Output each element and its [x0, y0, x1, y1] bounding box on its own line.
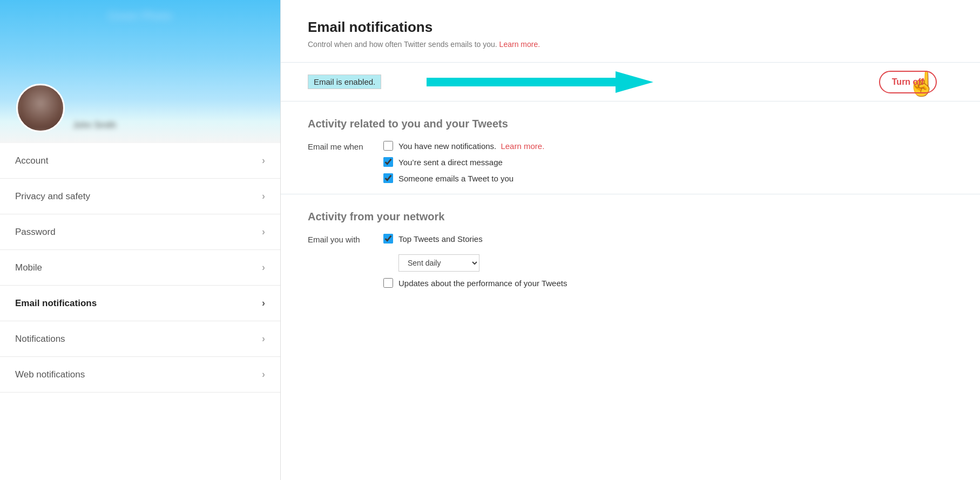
profile-banner: Cover Photo John Smith — [0, 0, 280, 143]
section1-header: Activity related to you and your Tweets — [308, 118, 953, 130]
avatar — [16, 84, 65, 132]
sidebar-item-privacy-and-safety[interactable]: Privacy and safety › — [0, 179, 280, 214]
frequency-dropdown-row: Sent daily Sent weekly — [383, 250, 567, 272]
sidebar: Cover Photo John Smith Account › Privacy… — [0, 0, 281, 480]
section1-label: Email me when — [308, 141, 383, 151]
sidebar-item-label: Web notifications — [15, 369, 85, 380]
email-tweet-label: Someone emails a Tweet to you — [398, 174, 513, 183]
learn-more-link-top[interactable]: Learn more. — [499, 40, 540, 49]
sidebar-item-notifications[interactable]: Notifications › — [0, 321, 280, 357]
arrow-annotation — [427, 70, 686, 94]
sidebar-item-label: Account — [15, 156, 48, 166]
new-notifications-checkbox[interactable] — [383, 141, 393, 151]
chevron-icon: › — [262, 191, 265, 202]
sidebar-item-account[interactable]: Account › — [0, 143, 280, 179]
section1-checkboxes: You have new notifications. Learn more. … — [383, 141, 544, 183]
page-subtitle: Control when and how often Twitter sends… — [308, 40, 953, 49]
mid-divider — [281, 101, 980, 102]
direct-message-checkbox[interactable] — [383, 157, 393, 167]
profile-name: John Smith — [73, 120, 116, 130]
section2-row: Email you with Top Tweets and Stories Se… — [308, 234, 953, 288]
sidebar-item-label: Mobile — [15, 262, 42, 273]
chevron-icon: › — [262, 262, 265, 273]
direct-message-label: You’re sent a direct message — [398, 158, 503, 167]
section2-label: Email you with — [308, 234, 383, 244]
sidebar-item-label: Notifications — [15, 334, 65, 344]
section2-header: Activity from your network — [308, 211, 953, 223]
checkbox-row-new-notifications: You have new notifications. Learn more. — [383, 141, 544, 151]
sidebar-item-web-notifications[interactable]: Web notifications › — [0, 357, 280, 393]
top-tweets-checkbox[interactable] — [383, 234, 393, 244]
checkbox-row-direct-message: You’re sent a direct message — [383, 157, 544, 167]
page-title: Email notifications — [308, 19, 953, 36]
content-area: Email notifications Control when and how… — [281, 0, 980, 480]
section2-checkboxes: Top Tweets and Stories Sent daily Sent w… — [383, 234, 567, 288]
sidebar-item-email-notifications[interactable]: Email notifications › — [0, 286, 280, 321]
chevron-icon: › — [262, 298, 265, 309]
tweet-performance-checkbox[interactable] — [383, 278, 393, 288]
new-notifications-label: You have new notifications. Learn more. — [398, 141, 544, 151]
email-tweet-checkbox[interactable] — [383, 173, 393, 183]
arrow-svg — [427, 70, 653, 94]
turn-off-button[interactable]: Turn off — [879, 71, 937, 93]
sidebar-item-mobile[interactable]: Mobile › — [0, 250, 280, 286]
checkbox-row-tweet-performance: Updates about the performance of your Tw… — [383, 278, 567, 288]
sidebar-item-label: Password — [15, 227, 56, 238]
banner-overlay-text: Cover Photo — [108, 10, 172, 22]
sidebar-item-label: Privacy and safety — [15, 191, 90, 202]
section1-row: Email me when You have new notifications… — [308, 141, 953, 183]
nav-list: Account › Privacy and safety › Password … — [0, 143, 280, 480]
main-content: Email notifications Control when and how… — [281, 0, 980, 480]
svg-marker-0 — [427, 71, 653, 93]
avatar-image — [18, 85, 63, 131]
tweet-performance-label: Updates about the performance of your Tw… — [398, 279, 567, 288]
chevron-icon: › — [262, 226, 265, 238]
learn-more-link-notifications[interactable]: Learn more. — [501, 141, 544, 151]
sidebar-item-label: Email notifications — [15, 298, 97, 309]
turn-off-container: Turn off ☝️ — [907, 69, 937, 96]
subtitle-text: Control when and how often Twitter sends… — [308, 40, 497, 49]
frequency-select[interactable]: Sent daily Sent weekly — [398, 254, 479, 272]
checkbox-row-top-tweets: Top Tweets and Stories — [383, 234, 567, 244]
chevron-icon: › — [262, 369, 265, 380]
top-tweets-label: Top Tweets and Stories — [398, 234, 483, 244]
chevron-icon: › — [262, 333, 265, 344]
email-status-text: Email is enabled. — [308, 75, 381, 89]
checkbox-row-email-tweet: Someone emails a Tweet to you — [383, 173, 544, 183]
sidebar-item-password[interactable]: Password › — [0, 214, 280, 250]
email-status-row: Email is enabled. Turn off ☝️ — [308, 63, 953, 101]
section-divider — [281, 194, 980, 194]
chevron-icon: › — [262, 155, 265, 166]
